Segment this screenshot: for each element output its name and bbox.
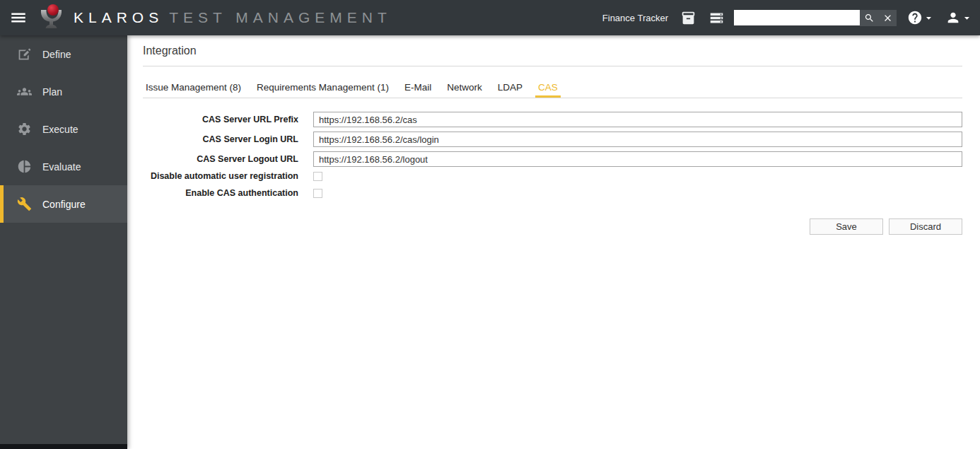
disable-auto-registration-checkbox[interactable] xyxy=(313,172,322,181)
tab-cas[interactable]: CAS xyxy=(535,82,561,98)
hamburger-menu-icon[interactable] xyxy=(9,8,28,27)
cas-url-prefix-input[interactable] xyxy=(313,112,962,127)
tab-ldap[interactable]: LDAP xyxy=(495,82,525,98)
chevron-down-icon xyxy=(961,12,973,24)
search-clear-button[interactable] xyxy=(878,10,897,26)
disable-auto-registration-label: Disable automatic user registration xyxy=(143,171,298,181)
brand-name: KLAROS xyxy=(74,9,163,25)
sidebar-item-configure[interactable]: Configure xyxy=(0,185,127,223)
sidebar-item-define[interactable]: Define xyxy=(0,35,127,73)
tab-network[interactable]: Network xyxy=(444,82,485,98)
search-submit-button[interactable] xyxy=(860,10,878,26)
form-row: Enable CAS authentication xyxy=(143,188,962,198)
page-title: Integration xyxy=(143,44,962,58)
form-actions: Save Discard xyxy=(143,218,962,235)
help-icon xyxy=(907,10,923,25)
cas-url-prefix-label: CAS Server URL Prefix xyxy=(143,115,298,124)
cas-login-url-input[interactable] xyxy=(313,132,962,147)
cas-settings-form: CAS Server URL Prefix CAS Server Login U… xyxy=(143,112,962,235)
sidebar-nav: Define Plan Execute Evaluate Configure xyxy=(0,35,127,449)
main-content: Integration Issue Management (8) Require… xyxy=(127,35,980,449)
close-icon xyxy=(882,13,893,23)
brand-suffix: TEST MANAGEMENT xyxy=(169,9,392,25)
enable-cas-auth-checkbox[interactable] xyxy=(313,189,322,198)
top-header: KLAROSTEST MANAGEMENT Finance Tracker xyxy=(0,0,980,35)
tab-requirements-management[interactable]: Requirements Management (1) xyxy=(254,82,392,98)
klaros-logo xyxy=(37,3,65,33)
sidebar-item-label: Execute xyxy=(42,124,78,135)
chevron-down-icon xyxy=(923,12,935,24)
sidebar-item-evaluate[interactable]: Evaluate xyxy=(0,148,127,185)
sidebar-item-label: Define xyxy=(42,49,71,60)
sidebar-item-label: Configure xyxy=(42,199,86,210)
sidebar-item-execute[interactable]: Execute xyxy=(0,110,127,148)
form-row: CAS Server Login URL xyxy=(143,132,962,147)
integration-tabs: Issue Management (8) Requirements Manage… xyxy=(143,66,962,98)
form-row: CAS Server Logout URL xyxy=(143,151,962,167)
sidebar-item-label: Plan xyxy=(42,86,62,98)
search-buttons xyxy=(860,10,897,26)
tab-issue-management[interactable]: Issue Management (8) xyxy=(143,82,244,98)
help-menu[interactable] xyxy=(907,10,935,25)
sidebar-item-plan[interactable]: Plan xyxy=(0,73,127,110)
cas-logout-url-label: CAS Server Logout URL xyxy=(143,154,298,164)
form-row: CAS Server URL Prefix xyxy=(143,112,962,127)
cas-logout-url-input[interactable] xyxy=(313,151,962,167)
cas-login-url-label: CAS Server Login URL xyxy=(143,134,298,144)
user-menu[interactable] xyxy=(945,10,973,25)
search-icon xyxy=(864,13,875,23)
server-stack-icon[interactable] xyxy=(708,9,725,26)
sidebar-item-label: Evaluate xyxy=(42,161,81,173)
tab-email[interactable]: E-Mail xyxy=(402,82,434,98)
discard-button[interactable]: Discard xyxy=(889,218,962,235)
group-icon xyxy=(17,84,32,99)
user-icon xyxy=(945,10,961,25)
edit-icon xyxy=(17,47,32,62)
pie-chart-icon xyxy=(17,159,32,174)
search-input[interactable] xyxy=(734,10,860,25)
save-button[interactable]: Save xyxy=(810,218,883,235)
brand-title: KLAROSTEST MANAGEMENT xyxy=(74,9,392,26)
global-search xyxy=(734,10,897,26)
wrench-icon xyxy=(17,197,32,211)
gear-icon xyxy=(17,122,32,136)
form-row: Disable automatic user registration xyxy=(143,171,962,181)
enable-cas-auth-label: Enable CAS authentication xyxy=(143,188,298,198)
active-project-label: Finance Tracker xyxy=(602,13,668,23)
archive-box-icon[interactable] xyxy=(679,9,696,26)
